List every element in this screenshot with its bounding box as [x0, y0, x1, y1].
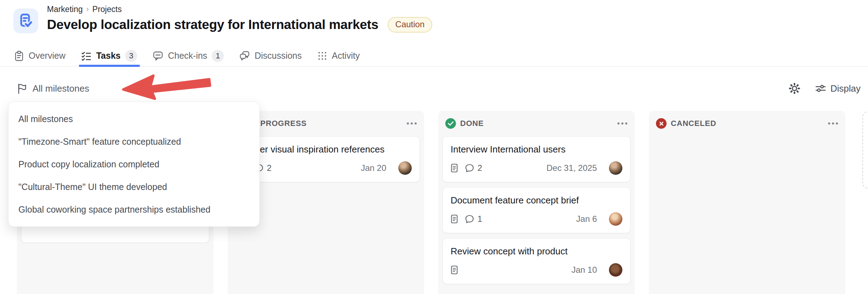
column-title: CANCELED — [671, 119, 716, 128]
assignee-avatar[interactable] — [609, 161, 622, 175]
column-done: DONE Interview International users 2 Dec… — [438, 111, 635, 294]
done-status-icon — [445, 118, 456, 129]
comment-icon — [465, 214, 474, 224]
card-title: Review concept with product — [451, 246, 622, 257]
project-icon — [13, 8, 38, 33]
breadcrumb-workspace[interactable]: Marketing — [47, 5, 83, 14]
column-canceled: CANCELED — [649, 111, 845, 294]
task-card[interactable]: Gather visual inspiration references 2 J… — [232, 136, 420, 182]
tab-tasks[interactable]: Tasks 3 — [81, 45, 137, 67]
checklist-icon — [81, 51, 92, 61]
comment-count: 1 — [477, 214, 482, 224]
status-badge-caution[interactable]: Caution — [388, 17, 433, 33]
check-ins-count-badge: 1 — [212, 50, 224, 62]
document-icon — [451, 163, 458, 173]
tab-check-ins[interactable]: Check-ins 1 — [153, 45, 224, 67]
task-card[interactable]: Review concept with product Jan 10 — [442, 238, 631, 284]
board-toolbar: All milestones — [17, 77, 861, 100]
comment-count: 2 — [477, 163, 482, 173]
tab-bar: Overview Tasks 3 Check-ins 1 Discussions — [0, 45, 868, 67]
canceled-status-icon — [656, 118, 667, 129]
breadcrumb: Marketing › Projects — [47, 4, 432, 15]
tab-label: Discussions — [254, 51, 301, 61]
settings-gear-button[interactable] — [788, 82, 801, 95]
column-header: DONE — [438, 111, 635, 136]
document-check-icon — [17, 12, 34, 29]
activity-grid-icon — [317, 51, 327, 61]
document-icon — [451, 214, 458, 224]
dropdown-item-milestone-3[interactable]: "Cultural-Theme" UI theme developed — [8, 175, 259, 198]
due-date: Jan 20 — [361, 163, 386, 173]
card-title: Document feature concept brief — [451, 195, 622, 206]
add-column-placeholder[interactable] — [862, 111, 868, 189]
due-date: Jan 6 — [576, 214, 597, 224]
tab-label: Overview — [29, 51, 65, 61]
page-title: Develop localization strategy for Intern… — [47, 17, 379, 32]
column-header: CANCELED — [649, 111, 845, 136]
comment-count: 2 — [267, 163, 271, 173]
assignee-avatar[interactable] — [609, 212, 622, 226]
milestone-filter-label: All milestones — [33, 83, 89, 94]
sliders-icon — [815, 83, 826, 94]
clipboard-icon — [14, 51, 24, 61]
column-menu-icon[interactable] — [406, 122, 417, 125]
tab-overview[interactable]: Overview — [14, 45, 65, 67]
dropdown-item-milestone-2[interactable]: Product copy localization completed — [8, 153, 259, 175]
dropdown-item-all-milestones[interactable]: All milestones — [8, 108, 259, 130]
dropdown-item-milestone-1[interactable]: "Timezone-Smart" feature conceptualized — [8, 130, 259, 153]
milestone-filter-button[interactable]: All milestones — [17, 83, 89, 94]
milestone-dropdown-menu: All milestones "Timezone-Smart" feature … — [8, 102, 260, 227]
column-title: DONE — [460, 119, 484, 128]
comment-icon — [465, 163, 474, 173]
assignee-avatar[interactable] — [609, 263, 622, 277]
chat-bubbles-icon — [239, 51, 250, 61]
breadcrumb-separator: › — [86, 5, 89, 14]
column-menu-icon[interactable] — [617, 122, 628, 125]
task-card[interactable]: Interview International users 2 Dec 31, … — [442, 136, 631, 182]
tasks-count-badge: 3 — [125, 50, 137, 62]
document-icon — [451, 265, 458, 275]
tab-label: Tasks — [96, 51, 121, 61]
card-title: Gather visual inspiration references — [240, 144, 412, 155]
card-title: Interview International users — [451, 144, 622, 155]
display-label: Display — [831, 83, 861, 94]
column-menu-icon[interactable] — [828, 122, 838, 125]
project-tasks-page: Marketing › Projects Develop localizatio… — [0, 0, 868, 294]
breadcrumb-section[interactable]: Projects — [92, 5, 122, 14]
tab-label: Check-ins — [168, 51, 207, 61]
flag-icon — [17, 83, 27, 94]
task-card[interactable]: Document feature concept brief 1 Jan 6 — [442, 187, 631, 233]
speech-bubble-icon — [153, 51, 163, 61]
tab-activity[interactable]: Activity — [317, 45, 360, 67]
dropdown-item-milestone-4[interactable]: Global coworking space partnerships esta… — [8, 198, 259, 221]
tab-discussions[interactable]: Discussions — [239, 45, 301, 67]
display-button[interactable]: Display — [815, 83, 861, 94]
assignee-avatar[interactable] — [398, 161, 412, 175]
tab-label: Activity — [332, 51, 360, 61]
due-date: Jan 10 — [571, 265, 597, 275]
due-date: Dec 31, 2025 — [546, 163, 597, 173]
gear-icon — [788, 82, 801, 95]
